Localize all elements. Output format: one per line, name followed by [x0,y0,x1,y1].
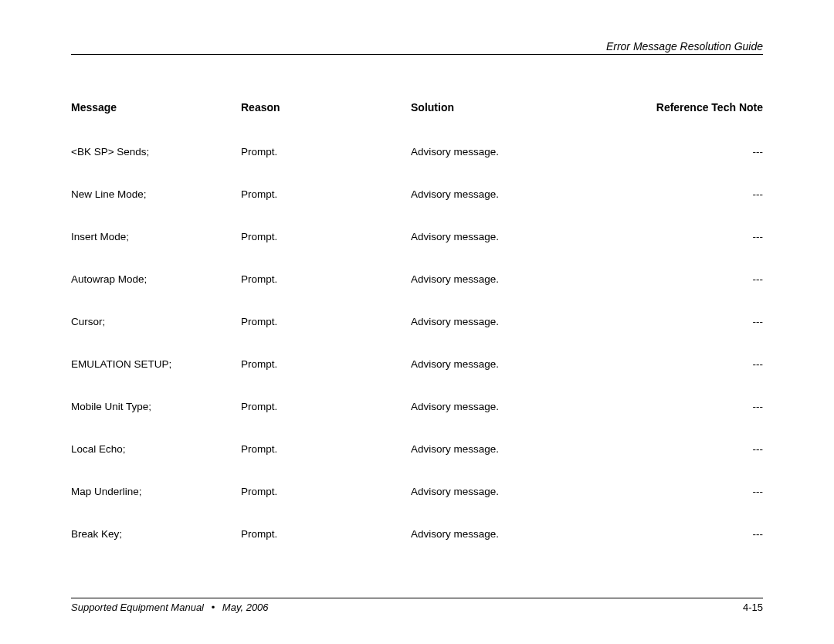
bullet-icon: • [212,602,215,613]
cell-reference: --- [635,146,763,158]
cell-reference: --- [635,188,763,200]
cell-reason: Prompt. [241,486,411,497]
cell-solution: Advisory message. [411,528,635,540]
cell-reference: --- [635,486,763,497]
column-header-reason: Reason [241,101,411,114]
table-row: Local Echo; Prompt. Advisory message. --… [71,443,763,455]
cell-reason: Prompt. [241,443,411,455]
table-row: Autowrap Mode; Prompt. Advisory message.… [71,273,763,285]
cell-solution: Advisory message. [411,316,635,327]
cell-solution: Advisory message. [411,443,635,455]
column-header-message: Message [71,101,241,114]
cell-reference: --- [635,358,763,370]
cell-solution: Advisory message. [411,146,635,158]
column-header-reference: Reference Tech Note [635,101,763,114]
cell-solution: Advisory message. [411,273,635,285]
table-row: Break Key; Prompt. Advisory message. --- [71,528,763,540]
cell-message: Map Underline; [71,486,241,497]
cell-reason: Prompt. [241,231,411,242]
cell-solution: Advisory message. [411,231,635,242]
cell-solution: Advisory message. [411,486,635,497]
cell-message: <BK SP> Sends; [71,146,241,158]
table-row: Map Underline; Prompt. Advisory message.… [71,486,763,497]
cell-solution: Advisory message. [411,401,635,412]
cell-reference: --- [635,316,763,327]
table-header-row: Message Reason Solution Reference Tech N… [71,101,763,114]
cell-reference: --- [635,273,763,285]
footer: Supported Equipment Manual • May, 2006 4… [71,598,763,613]
cell-solution: Advisory message. [411,188,635,200]
cell-solution: Advisory message. [411,358,635,370]
footer-date: May, 2006 [222,602,269,613]
table-row: <BK SP> Sends; Prompt. Advisory message.… [71,146,763,158]
error-table: Message Reason Solution Reference Tech N… [71,101,763,540]
cell-reason: Prompt. [241,528,411,540]
table-row: Cursor; Prompt. Advisory message. --- [71,316,763,327]
cell-message: Mobile Unit Type; [71,401,241,412]
cell-message: Insert Mode; [71,231,241,242]
footer-page-number: 4-15 [743,602,763,613]
header-title: Error Message Resolution Guide [71,40,763,53]
cell-message: Cursor; [71,316,241,327]
table-row: Mobile Unit Type; Prompt. Advisory messa… [71,401,763,412]
cell-reason: Prompt. [241,188,411,200]
column-header-solution: Solution [411,101,635,114]
header-rule: Error Message Resolution Guide [71,40,763,55]
cell-reason: Prompt. [241,146,411,158]
cell-reference: --- [635,528,763,540]
table-row: New Line Mode; Prompt. Advisory message.… [71,188,763,200]
footer-manual: Supported Equipment Manual [71,602,204,613]
cell-message: Break Key; [71,528,241,540]
cell-reason: Prompt. [241,358,411,370]
cell-reason: Prompt. [241,273,411,285]
cell-message: Autowrap Mode; [71,273,241,285]
cell-message: Local Echo; [71,443,241,455]
cell-message: New Line Mode; [71,188,241,200]
cell-reference: --- [635,401,763,412]
cell-reason: Prompt. [241,316,411,327]
cell-reference: --- [635,443,763,455]
cell-reference: --- [635,231,763,242]
table-row: Insert Mode; Prompt. Advisory message. -… [71,231,763,242]
cell-reason: Prompt. [241,401,411,412]
table-row: EMULATION SETUP; Prompt. Advisory messag… [71,358,763,370]
footer-left: Supported Equipment Manual • May, 2006 [71,602,269,613]
cell-message: EMULATION SETUP; [71,358,241,370]
